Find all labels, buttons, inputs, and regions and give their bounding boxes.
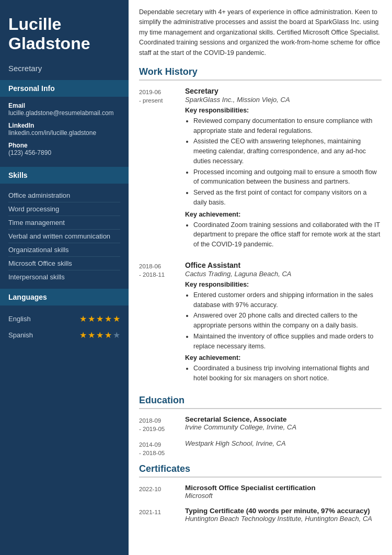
personal-info-header: Personal Info xyxy=(0,80,129,97)
job2-company: Cactus Trading, Laguna Beach, CA xyxy=(185,270,382,278)
edu1-school: Irvine Community College, Irvine, CA xyxy=(185,423,382,431)
cert2-date: 2021-11 xyxy=(139,507,180,523)
edu2-content: Westpark High School, Irvine, CA xyxy=(185,439,382,457)
cert2-org: Huntington Beach Technology Institute, H… xyxy=(185,515,382,523)
work-history-title: Work History xyxy=(139,66,382,81)
email-label: Email xyxy=(8,102,120,109)
skills-header: Skills xyxy=(0,167,129,184)
edu1-date: 2018-09- 2019-05 xyxy=(139,415,180,433)
skill-item: Microsoft Office skills xyxy=(8,257,120,270)
list-item: Entered customer orders and shipping inf… xyxy=(193,290,382,310)
skill-item: Verbal and written communication xyxy=(8,230,120,243)
phone-value: (123) 456-7890 xyxy=(8,149,120,156)
list-item: Coordinated a business trip involving in… xyxy=(193,364,382,383)
list-item: Answered over 20 phone calls and directe… xyxy=(193,311,382,331)
job1-date: 2019-06- present xyxy=(139,87,180,253)
job2-achieve-label: Key achievement: xyxy=(185,354,382,361)
job1-title: Secretary xyxy=(185,87,382,95)
sidebar: Lucille Gladstone Secretary Personal Inf… xyxy=(0,0,129,555)
cert-block-2: 2021-11 Typing Certificate (40 words per… xyxy=(139,507,382,523)
job2-responsibilities: Entered customer orders and shipping inf… xyxy=(185,290,382,352)
languages-content: English ★ ★ ★ ★ ★ Spanish ★ ★ ★ ★ ★ xyxy=(0,305,129,348)
skill-item: Office administration xyxy=(8,189,120,202)
edu-block-2: 2014-09- 2018-05 Westpark High School, I… xyxy=(139,439,382,457)
edu1-content: Secretarial Science, Associate Irvine Co… xyxy=(185,415,382,433)
skill-item: Time management xyxy=(8,216,120,230)
job-title: Secretary xyxy=(0,61,129,80)
sidebar-name-block: Lucille Gladstone xyxy=(0,0,129,61)
spanish-stars: ★ ★ ★ ★ ★ xyxy=(79,330,120,340)
edu-block-1: 2018-09- 2019-05 Secretarial Science, As… xyxy=(139,415,382,433)
job2-resp-label: Key responsibilities: xyxy=(185,281,382,288)
linkedin-item: LinkedIn linkedin.com/in/lucille.gladsto… xyxy=(8,122,120,137)
job1-company: SparkGlass Inc., Mission Viejo, CA xyxy=(185,96,382,104)
list-item: Processed incoming and outgoing mail to … xyxy=(193,167,382,187)
skill-item: Word processing xyxy=(8,202,120,216)
skills-content: Office administration Word processing Ti… xyxy=(0,184,129,289)
cert1-content: Microsoft Office Specialist certificatio… xyxy=(185,484,382,500)
skill-item: Interpersonal skills xyxy=(8,270,120,284)
phone-label: Phone xyxy=(8,142,120,149)
job1-achievements: Coordinated Zoom training sessions and c… xyxy=(185,220,382,250)
cert1-org: Microsoft xyxy=(185,492,382,500)
job2-achievements: Coordinated a business trip involving in… xyxy=(185,364,382,383)
list-item: Maintained the inventory of office suppl… xyxy=(193,332,382,352)
english-stars: ★ ★ ★ ★ ★ xyxy=(79,314,120,324)
linkedin-label: LinkedIn xyxy=(8,122,120,129)
cert1-date: 2022-10 xyxy=(139,484,180,500)
job2-title: Office Assistant xyxy=(185,261,382,269)
languages-header: Languages xyxy=(0,289,129,305)
language-english: English ★ ★ ★ ★ ★ xyxy=(8,311,120,327)
list-item: Served as the first point of contact for… xyxy=(193,188,382,208)
cert-block-1: 2022-10 Microsoft Office Specialist cert… xyxy=(139,484,382,500)
summary: Dependable secretary with 4+ years of ex… xyxy=(139,7,382,58)
job1-responsibilities: Reviewed company documentation to ensure… xyxy=(185,116,382,208)
job-block-1: 2019-06- present Secretary SparkGlass In… xyxy=(139,87,382,253)
list-item: Coordinated Zoom training sessions and c… xyxy=(193,220,382,250)
education-title: Education xyxy=(139,395,382,409)
full-name: Lucille Gladstone xyxy=(8,15,120,53)
job2-date: 2018-06- 2018-11 xyxy=(139,261,180,387)
job2-content: Office Assistant Cactus Trading, Laguna … xyxy=(185,261,382,387)
certificates-title: Certificates xyxy=(139,463,382,478)
list-item: Reviewed company documentation to ensure… xyxy=(193,116,382,136)
job1-achieve-label: Key achievement: xyxy=(185,211,382,218)
personal-info-content: Email lucille.gladstone@resumelabmail.co… xyxy=(0,97,129,167)
linkedin-value: linkedin.com/in/lucille.gladstone xyxy=(8,129,120,137)
email-item: Email lucille.gladstone@resumelabmail.co… xyxy=(8,102,120,117)
edu1-degree: Secretarial Science, Associate xyxy=(185,415,382,423)
list-item: Assisted the CEO with answering telephon… xyxy=(193,137,382,166)
job-block-2: 2018-06- 2018-11 Office Assistant Cactus… xyxy=(139,261,382,387)
email-value: lucille.gladstone@resumelabmail.com xyxy=(8,109,120,117)
phone-item: Phone (123) 456-7890 xyxy=(8,142,120,156)
job1-resp-label: Key responsibilities: xyxy=(185,107,382,114)
cert1-title: Microsoft Office Specialist certificatio… xyxy=(185,484,382,492)
cert2-title: Typing Certificate (40 words per minute,… xyxy=(185,507,382,515)
job1-content: Secretary SparkGlass Inc., Mission Viejo… xyxy=(185,87,382,253)
skill-item: Organizational skills xyxy=(8,243,120,257)
main-content: Dependable secretary with 4+ years of ex… xyxy=(129,0,392,555)
cert2-content: Typing Certificate (40 words per minute,… xyxy=(185,507,382,523)
language-spanish: Spanish ★ ★ ★ ★ ★ xyxy=(8,327,120,343)
edu2-date: 2014-09- 2018-05 xyxy=(139,439,180,457)
edu2-school: Westpark High School, Irvine, CA xyxy=(185,439,382,447)
